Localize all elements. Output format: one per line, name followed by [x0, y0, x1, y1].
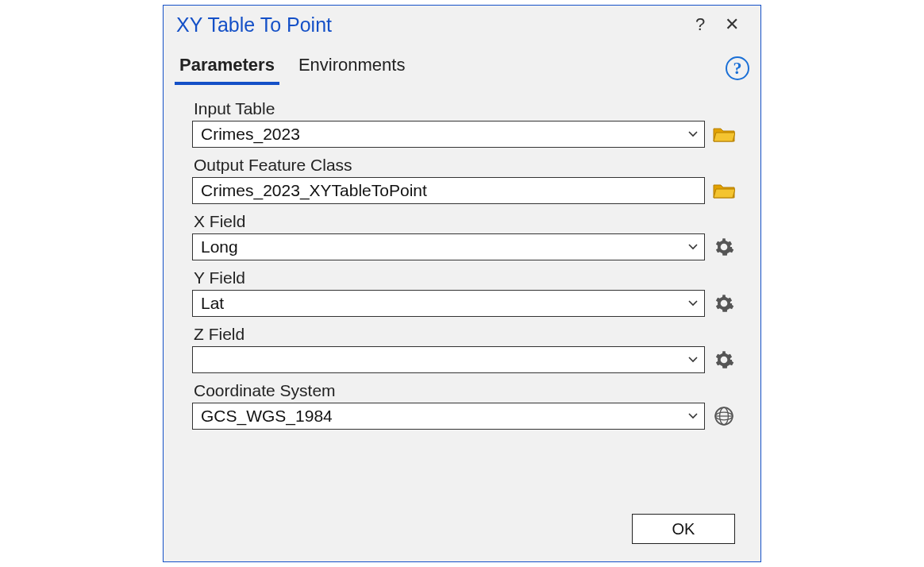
close-icon[interactable]: ✕ [716, 14, 748, 35]
field-y: Y Field Lat [192, 268, 735, 317]
z-field-combo[interactable] [192, 346, 705, 373]
label-z-field: Z Field [194, 325, 735, 344]
field-coord-sys: Coordinate System GCS_WGS_1984 [192, 381, 735, 430]
label-output-fc: Output Feature Class [194, 156, 735, 175]
output-fc-input[interactable]: Crimes_2023_XYTableToPoint [192, 177, 705, 204]
label-input-table: Input Table [194, 99, 735, 118]
coord-sys-combo[interactable]: GCS_WGS_1984 [192, 403, 705, 430]
chevron-down-icon [688, 244, 698, 250]
field-x: X Field Long [192, 212, 735, 260]
ok-button[interactable]: OK [632, 514, 735, 544]
browse-folder-icon[interactable] [713, 123, 735, 145]
coord-sys-value: GCS_WGS_1984 [201, 407, 333, 426]
tab-environments[interactable]: Environments [294, 52, 410, 85]
label-x-field: X Field [194, 212, 735, 231]
gear-icon[interactable] [713, 236, 735, 258]
y-field-value: Lat [201, 294, 224, 313]
x-field-value: Long [201, 237, 238, 256]
tab-bar: Parameters Environments ? [164, 44, 760, 85]
output-fc-value: Crimes_2023_XYTableToPoint [201, 181, 427, 200]
field-input-table: Input Table Crimes_2023 [192, 99, 735, 148]
browse-folder-icon[interactable] [713, 179, 735, 202]
input-table-combo[interactable]: Crimes_2023 [192, 121, 705, 148]
y-field-combo[interactable]: Lat [192, 290, 705, 317]
label-y-field: Y Field [194, 268, 735, 287]
help-icon[interactable]: ? [684, 14, 716, 35]
dialog-title: XY Table To Point [176, 14, 684, 37]
input-table-value: Crimes_2023 [201, 125, 300, 144]
x-field-combo[interactable]: Long [192, 233, 705, 260]
chevron-down-icon [688, 413, 698, 419]
chevron-down-icon [688, 300, 698, 307]
field-z: Z Field [192, 325, 735, 373]
titlebar: XY Table To Point ? ✕ [164, 6, 760, 44]
gear-icon[interactable] [713, 292, 735, 314]
tab-parameters[interactable]: Parameters [175, 52, 279, 85]
dialog-footer: OK [632, 514, 735, 544]
tool-help-icon[interactable]: ? [726, 56, 749, 80]
label-coord-sys: Coordinate System [194, 381, 735, 400]
dialog-xy-table-to-point: XY Table To Point ? ✕ Parameters Environ… [163, 5, 761, 562]
dialog-body: Input Table Crimes_2023 Output Feat [164, 85, 760, 430]
chevron-down-icon [688, 131, 698, 137]
field-output-fc: Output Feature Class Crimes_2023_XYTable… [192, 156, 735, 204]
gear-icon[interactable] [713, 349, 735, 371]
globe-icon[interactable] [713, 405, 735, 427]
chevron-down-icon [688, 357, 698, 363]
